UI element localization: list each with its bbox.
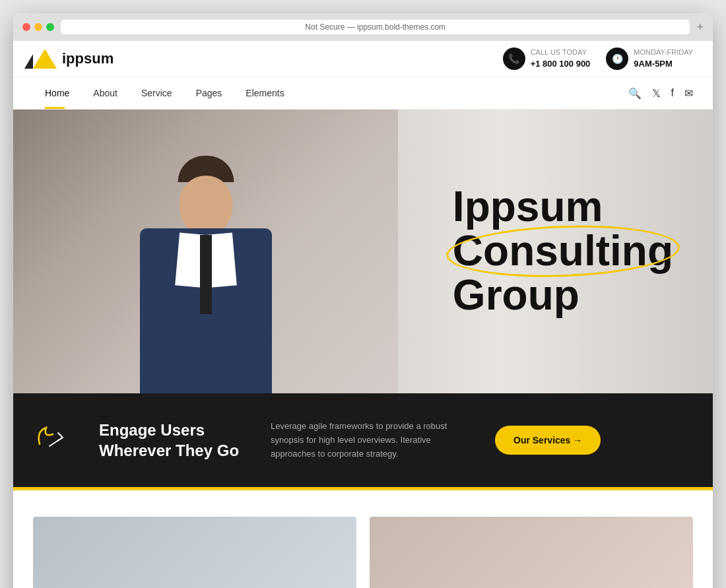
cta-band: Engage Users Wherever They Go Leverage a…	[13, 393, 713, 487]
close-button[interactable]	[22, 23, 30, 31]
bottom-cards	[13, 490, 713, 588]
new-tab-button[interactable]: +	[696, 21, 704, 33]
nav-icons: 🔍 𝕏 f ✉	[628, 87, 693, 100]
suit-body	[140, 228, 272, 393]
logo[interactable]: ippsum	[33, 49, 114, 69]
hours-value: 9AM-5PM	[634, 58, 693, 70]
facebook-icon[interactable]: f	[671, 87, 674, 99]
url-bar[interactable]: Not Secure — ippsum.bold-themes.com	[61, 20, 690, 34]
header-contacts: 📞 CALL US TODAY +1 800 100 900 🕐 MONDAY-…	[503, 48, 693, 70]
website: ippsum 📞 CALL US TODAY +1 800 100 900 🕐 …	[13, 41, 713, 588]
tie	[200, 235, 212, 314]
band-heading: Engage Users Wherever They Go	[99, 420, 244, 461]
search-icon[interactable]: 🔍	[628, 87, 642, 100]
logo-text: ippsum	[62, 50, 114, 67]
hours-contact: 🕐 MONDAY-FRIDAY 9AM-5PM	[606, 48, 693, 70]
nav-elements[interactable]: Elements	[234, 77, 296, 109]
phone-icon: 📞	[503, 48, 525, 70]
browser-toolbar: Not Secure — ippsum.bold-themes.com +	[13, 13, 713, 41]
twitter-icon[interactable]: 𝕏	[652, 87, 661, 100]
email-icon[interactable]: ✉	[684, 87, 693, 100]
hero-title: Ippsum Consulting Group	[453, 185, 673, 318]
services-button[interactable]: Our Services →	[495, 426, 601, 455]
nav-home[interactable]: Home	[33, 77, 81, 109]
hero-title-line2: Consulting	[453, 229, 673, 273]
head	[180, 176, 232, 235]
person-photo	[13, 110, 398, 393]
logo-icon	[33, 49, 57, 69]
hero-section: Ippsum Consulting Group	[13, 110, 713, 393]
nav-service[interactable]: Service	[129, 77, 184, 109]
person-figure	[107, 143, 305, 393]
top-bar: ippsum 📞 CALL US TODAY +1 800 100 900 🕐 …	[13, 41, 713, 77]
phone-contact: 📞 CALL US TODAY +1 800 100 900	[503, 48, 591, 70]
hero-title-line1: Ippsum	[453, 185, 673, 229]
band-description: Leverage agile frameworks to provide a r…	[271, 420, 469, 461]
nav-links: Home About Service Pages Elements	[33, 77, 296, 109]
hero-image	[13, 110, 398, 393]
phone-info: CALL US TODAY +1 800 100 900	[531, 48, 591, 70]
browser-window: Not Secure — ippsum.bold-themes.com + ip…	[13, 13, 713, 588]
maximize-button[interactable]	[46, 23, 54, 31]
hero-text: Ippsum Consulting Group	[453, 185, 673, 318]
call-label: CALL US TODAY	[531, 48, 587, 56]
hero-title-line3: Group	[453, 274, 673, 318]
phone-number[interactable]: +1 800 100 900	[531, 58, 591, 70]
hours-info: MONDAY-FRIDAY 9AM-5PM	[634, 48, 693, 70]
card-image-2	[370, 517, 693, 588]
bottom-card-2	[370, 517, 693, 588]
minimize-button[interactable]	[34, 23, 42, 31]
window-controls	[22, 23, 54, 31]
nav-pages[interactable]: Pages	[184, 77, 234, 109]
hours-label: MONDAY-FRIDAY	[634, 48, 693, 56]
main-nav: Home About Service Pages Elements 🔍 𝕏 f …	[13, 77, 713, 110]
card-image-1	[33, 517, 356, 588]
bottom-card-1	[33, 517, 356, 588]
clock-icon: 🕐	[606, 48, 628, 70]
nav-about[interactable]: About	[81, 77, 129, 109]
engage-icon	[33, 421, 66, 460]
